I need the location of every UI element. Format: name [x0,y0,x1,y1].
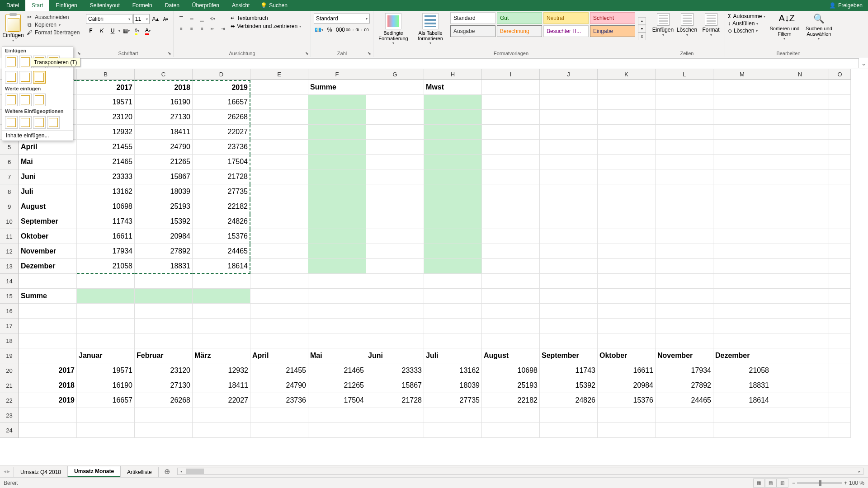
cell[interactable] [829,333,851,348]
cell[interactable] [540,169,598,184]
cell[interactable] [366,274,424,289]
cell[interactable]: November [656,348,713,363]
find-select-button[interactable]: 🔍 Suchen und Auswählen▾ [803,12,834,41]
row-header-10[interactable]: 10 [0,214,19,229]
cell[interactable] [366,304,424,319]
tab-start[interactable]: Start [25,0,49,11]
format-as-table-button[interactable]: Als Tabelle formatieren▾ [413,12,448,45]
cell[interactable]: 27892 [135,244,193,259]
cell[interactable]: Juni [366,348,424,363]
paste-button[interactable]: Einfügen ▾ [3,12,24,51]
cell[interactable]: 23333 [366,363,424,378]
style-eingabe[interactable]: Eingabe [590,25,635,37]
cell[interactable] [193,289,250,304]
cell[interactable] [540,125,598,140]
cell[interactable] [482,80,540,95]
cell[interactable] [598,274,656,289]
cell[interactable] [193,423,250,438]
wrap-text-button[interactable]: ↵Textumbruch [231,15,301,21]
cell[interactable] [77,408,135,423]
cell[interactable]: 27735 [193,184,250,199]
sheet-tab[interactable]: Umsatz Monate [67,466,121,477]
cell[interactable] [829,169,851,184]
cell[interactable] [366,423,424,438]
cell[interactable] [771,140,829,155]
cell[interactable] [771,259,829,274]
cell[interactable]: Mai [308,348,366,363]
page-layout-view-button[interactable]: ▤ [765,479,777,488]
cell[interactable] [308,274,366,289]
cell[interactable] [308,110,366,125]
cell[interactable] [250,319,308,333]
expand-formula-bar[interactable]: ⌄ [859,58,868,68]
cell[interactable] [656,244,713,259]
cell[interactable]: 27130 [135,378,193,393]
cell[interactable]: 2018 [19,378,77,393]
cell[interactable]: 25193 [482,378,540,393]
tab-formeln[interactable]: Formeln [126,0,159,11]
cell[interactable] [424,274,482,289]
cell[interactable] [366,319,424,333]
row-header-7[interactable]: 7 [0,169,19,184]
cell[interactable] [308,214,366,229]
cell[interactable] [308,95,366,110]
cell[interactable] [656,169,713,184]
scroll-left[interactable]: ◂ [178,468,185,474]
tab-ueberpruefen[interactable]: Überprüfen [186,0,226,11]
cell[interactable] [540,140,598,155]
cell[interactable] [424,304,482,319]
cell[interactable]: 16611 [598,363,656,378]
tab-file[interactable]: Datei [0,0,25,11]
cell[interactable] [250,274,308,289]
paste-keep-widths[interactable] [19,71,32,84]
row-header-16[interactable]: 16 [0,304,19,319]
row-header-15[interactable]: 15 [0,289,19,304]
row-header-11[interactable]: 11 [0,229,19,244]
cell[interactable]: 15867 [366,378,424,393]
cell[interactable]: 11743 [77,214,135,229]
col-header-K[interactable]: K [598,69,656,80]
row-header-6[interactable]: 6 [0,155,19,169]
cell[interactable] [540,423,598,438]
cell-styles-gallery[interactable]: StandardGutNeutralSchlechtAusgabeBerechn… [450,12,635,45]
cell[interactable] [540,304,598,319]
sheet-nav-last[interactable]: ▸ [7,468,10,474]
number-dialog-launcher[interactable]: ⬊ [367,51,372,56]
number-format-select[interactable]: Standard▾ [314,14,370,23]
cell[interactable]: 18614 [193,259,250,274]
cell[interactable] [540,229,598,244]
cell[interactable]: 20984 [135,229,193,244]
cell[interactable]: Juli [19,184,77,199]
cell[interactable] [656,110,713,125]
cell[interactable]: 18614 [713,393,771,408]
cell[interactable] [656,140,713,155]
cell[interactable] [829,95,851,110]
cell[interactable]: 21728 [366,393,424,408]
cell[interactable]: 21455 [250,363,308,378]
cell[interactable] [656,229,713,244]
cell[interactable]: 16611 [77,229,135,244]
cell[interactable] [829,80,851,95]
cell[interactable] [656,274,713,289]
cell[interactable] [482,408,540,423]
cell[interactable] [366,259,424,274]
cell[interactable] [135,319,193,333]
row-header-13[interactable]: 13 [0,259,19,274]
row-header-21[interactable]: 21 [0,378,19,393]
cell[interactable] [829,408,851,423]
share-button[interactable]: 👤 Freigeben [829,2,863,9]
cell[interactable]: Mwst [424,80,482,95]
cell[interactable] [193,304,250,319]
row-header-9[interactable]: 9 [0,199,19,214]
cell[interactable] [250,169,308,184]
cell[interactable] [482,274,540,289]
cell[interactable]: 10698 [77,199,135,214]
cell[interactable] [250,408,308,423]
insert-cells-button[interactable]: Einfügen▾ [652,12,674,37]
cell[interactable] [713,408,771,423]
zoom-out-button[interactable]: − [792,480,795,486]
cell[interactable]: 22182 [482,393,540,408]
cell[interactable]: 21265 [135,155,193,169]
cell[interactable] [713,184,771,199]
cell[interactable]: 23333 [77,169,135,184]
